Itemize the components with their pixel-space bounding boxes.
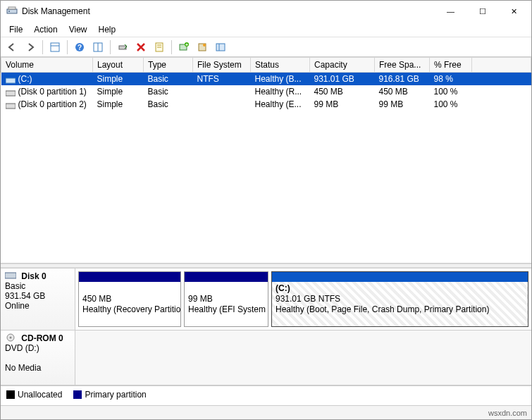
help-button[interactable]: ? (71, 39, 88, 56)
svg-rect-23 (5, 273, 16, 278)
partition-status: Healthy (EFI System (188, 304, 266, 314)
svg-text:+: + (185, 42, 188, 47)
properties-button[interactable] (151, 39, 168, 56)
col-free-space[interactable]: Free Spa... (375, 58, 430, 73)
svg-rect-22 (6, 104, 16, 109)
svg-rect-9 (119, 46, 126, 49)
disk-icon (5, 271, 16, 280)
svg-rect-21 (6, 91, 16, 96)
menu-action[interactable]: Action (28, 23, 63, 36)
customize-button[interactable] (212, 39, 229, 56)
disk-name: Disk 0 (21, 271, 46, 281)
cdrom-body-empty (75, 331, 531, 385)
volume-row[interactable]: (Disk 0 partition 2) Simple Basic Health… (1, 98, 531, 111)
menu-view[interactable]: View (63, 23, 93, 36)
svg-rect-18 (216, 44, 225, 51)
legend-label: Unallocated (18, 390, 62, 400)
menubar: File Action View Help (1, 22, 531, 37)
partition-label: (C:) (276, 283, 290, 293)
window-maximize-button[interactable]: ☐ (466, 1, 498, 21)
legend-label: Primary partition (85, 390, 146, 400)
app-icon (6, 6, 18, 17)
toolbar-separator (67, 40, 68, 54)
toolbar: ? + (1, 37, 531, 57)
partition-block[interactable]: 99 MB Healthy (EFI System (184, 271, 268, 327)
cdrom-state: No Media (5, 363, 41, 373)
show-tree-button[interactable] (47, 39, 63, 56)
disk-state: Online (5, 301, 30, 311)
cdrom-name: CD-ROM 0 (21, 333, 63, 343)
svg-rect-3 (51, 43, 59, 51)
add-mirror-button[interactable]: + (175, 39, 192, 56)
col-capacity[interactable]: Capacity (310, 58, 375, 73)
disk-size: 931.54 GB (5, 291, 45, 301)
refresh-button[interactable] (89, 39, 106, 56)
volume-list-pane: Volume Layout Type File System Status Ca… (1, 57, 531, 264)
col-empty[interactable] (472, 58, 531, 73)
window-title: Disk Management (22, 6, 435, 16)
menu-help[interactable]: Help (93, 23, 122, 36)
col-pct-free[interactable]: % Free (430, 58, 472, 73)
back-button[interactable] (4, 39, 20, 56)
toolbar-separator (110, 40, 111, 54)
cdrom-type: DVD (D:) (5, 343, 39, 353)
drive-icon (6, 89, 16, 96)
toolbar-separator (171, 40, 172, 54)
legend-swatch-primary (73, 390, 82, 399)
partition-stripe (185, 272, 268, 282)
statusbar: wsxdn.com (1, 405, 531, 419)
volume-table[interactable]: Volume Layout Type File System Status Ca… (1, 57, 531, 111)
partition-stripe (79, 272, 180, 282)
titlebar[interactable]: Disk Management — ☐ ✕ (1, 1, 531, 22)
menu-file[interactable]: File (4, 23, 28, 36)
col-volume[interactable]: Volume (1, 58, 93, 73)
disk-row: Disk 0 Basic 931.54 GB Online 450 MB Hea… (1, 268, 531, 331)
partition-size: 99 MB (188, 294, 213, 304)
toolbar-separator (42, 40, 43, 54)
partition-block-selected[interactable]: (C:) 931.01 GB NTFS Healthy (Boot, Page … (271, 271, 528, 327)
disk-header[interactable]: Disk 0 Basic 931.54 GB Online (1, 268, 75, 330)
col-filesystem[interactable]: File System (193, 58, 251, 73)
svg-text:?: ? (78, 44, 82, 51)
svg-rect-2 (8, 7, 16, 9)
watermark: wsxdn.com (488, 409, 527, 417)
partition-size: 931.01 GB NTFS (276, 294, 340, 304)
svg-point-1 (8, 11, 10, 12)
cdrom-icon (5, 333, 16, 342)
partition-stripe (272, 272, 528, 282)
partition-block[interactable]: 450 MB Healthy (Recovery Partition) (78, 271, 181, 327)
disk-type: Basic (5, 281, 25, 291)
legend-swatch-unallocated (6, 390, 15, 399)
rescan-button[interactable] (114, 39, 131, 56)
disk-management-window: Disk Management — ☐ ✕ File Action View H… (0, 0, 532, 420)
volume-row[interactable]: (C:) Simple Basic NTFS Healthy (B... 931… (1, 73, 531, 86)
partition-status: Healthy (Recovery Partition) (82, 304, 181, 314)
svg-point-25 (10, 337, 12, 339)
disk-row: CD-ROM 0 DVD (D:) No Media (1, 331, 531, 385)
partition-size: 450 MB (82, 294, 111, 304)
column-headers[interactable]: Volume Layout Type File System Status Ca… (1, 58, 531, 73)
svg-point-17 (203, 44, 206, 47)
partition-status: Healthy (Boot, Page File, Crash Dump, Pr… (276, 304, 489, 314)
format-button[interactable] (194, 39, 211, 56)
delete-button[interactable] (132, 39, 149, 56)
window-minimize-button[interactable]: — (435, 1, 466, 21)
drive-icon (6, 101, 16, 109)
drive-icon (6, 76, 16, 83)
col-type[interactable]: Type (144, 58, 193, 73)
volume-row[interactable]: (Disk 0 partition 1) Simple Basic Health… (1, 85, 531, 98)
cdrom-header[interactable]: CD-ROM 0 DVD (D:) No Media (1, 331, 75, 385)
col-layout[interactable]: Layout (93, 58, 144, 73)
window-close-button[interactable]: ✕ (498, 1, 530, 21)
forward-button[interactable] (22, 39, 39, 56)
legend-bar: Unallocated Primary partition (1, 385, 531, 402)
col-status[interactable]: Status (251, 58, 310, 73)
disk-map-pane: Disk 0 Basic 931.54 GB Online 450 MB Hea… (1, 268, 531, 405)
svg-rect-20 (6, 78, 16, 83)
